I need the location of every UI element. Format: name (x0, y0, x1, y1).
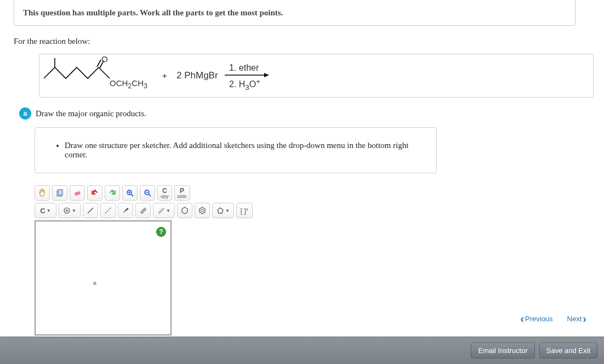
substituent-label: OCH2CH3 (110, 78, 147, 90)
toolbar-row-1: Copy Paste (35, 185, 271, 201)
nav-strip: ‹ Previous Next › (520, 309, 586, 328)
triple-bond-dropdown[interactable]: ▼ (153, 203, 175, 218)
copy-text-button[interactable]: Copy (157, 185, 172, 201)
wedge-bond-button[interactable] (118, 203, 133, 218)
svg-line-3 (99, 67, 110, 78)
footer-bar: Email Instructor Save and Exit (0, 337, 604, 364)
help-icon[interactable]: ? (156, 227, 166, 237)
zoom-out-button[interactable] (140, 185, 155, 201)
previous-label: Previous (525, 315, 553, 323)
svg-line-20 (105, 208, 111, 213)
reagent-text: 2 PhMgBr (176, 70, 218, 81)
hexagon-button[interactable] (177, 203, 192, 218)
sketcher: Copy Paste C▼ ▼ (35, 185, 271, 335)
canvas-center-dot (93, 282, 96, 285)
svg-line-1 (97, 60, 101, 67)
single-bond-button[interactable] (83, 203, 98, 218)
intro-text: For the reaction below: (14, 37, 575, 46)
paste-text-button[interactable]: Paste (174, 185, 190, 201)
bracket-charge-button[interactable]: [ ]± (236, 203, 253, 218)
previous-link[interactable]: ‹ Previous (520, 313, 552, 324)
copy-tool-button[interactable] (52, 185, 67, 201)
redo-button[interactable] (105, 185, 120, 201)
part-instruction: Draw the major organic products. (36, 109, 146, 118)
svg-line-10 (131, 194, 133, 196)
svg-rect-7 (58, 190, 62, 195)
undo-button[interactable] (87, 185, 102, 201)
step2-text: 2. H3O+ (229, 77, 260, 92)
svg-marker-21 (123, 208, 129, 213)
svg-marker-27 (182, 207, 187, 214)
hint-text: Draw one structure per sketcher. Add add… (65, 141, 426, 160)
hint-box: Draw one structure per sketcher. Add add… (35, 127, 437, 173)
plus-sign: + (162, 71, 167, 80)
email-instructor-button[interactable]: Email Instructor (471, 343, 534, 359)
charge-dropdown[interactable]: ▼ (59, 203, 81, 218)
svg-point-29 (201, 209, 204, 212)
element-dropdown[interactable]: C▼ (35, 203, 56, 218)
reaction-drawing: O OCH2CH3 + 2 PhMgBr 1. ether 2. H3O+ (39, 56, 274, 95)
reaction-scheme: O OCH2CH3 + 2 PhMgBr 1. ether 2. H3O+ (39, 54, 594, 98)
svg-marker-30 (218, 208, 223, 213)
hand-tool-button[interactable] (35, 185, 50, 201)
svg-marker-28 (200, 207, 205, 214)
sketcher-canvas[interactable]: ? (35, 220, 172, 335)
part-badge: a (19, 107, 31, 120)
content-scroll[interactable]: This question has multiple parts. Work a… (0, 0, 604, 337)
double-bond-button[interactable] (135, 203, 151, 218)
next-link[interactable]: Next › (567, 313, 586, 324)
dashed-bond-button[interactable] (100, 203, 116, 218)
erase-tool-button[interactable] (70, 185, 85, 201)
instruction-banner: This question has multiple parts. Work a… (14, 0, 575, 26)
toolbar-row-2: C▼ ▼ ▼ (35, 203, 271, 218)
benzene-button[interactable] (195, 203, 210, 218)
save-and-exit-button[interactable]: Save and Exit (539, 343, 597, 359)
next-label: Next (567, 315, 582, 323)
svg-line-14 (149, 194, 151, 196)
chevron-right-icon: › (583, 313, 586, 324)
instruction-text: This question has multiple parts. Work a… (23, 8, 283, 17)
svg-rect-8 (75, 191, 81, 196)
svg-marker-5 (264, 73, 269, 77)
step1-text: 1. ether (229, 63, 259, 73)
zoom-in-button[interactable] (122, 185, 138, 201)
chevron-left-icon: ‹ (520, 313, 524, 324)
ring-dropdown[interactable]: ▼ (212, 203, 234, 218)
carbonyl-o-label: O (101, 54, 108, 64)
svg-line-19 (88, 208, 93, 213)
